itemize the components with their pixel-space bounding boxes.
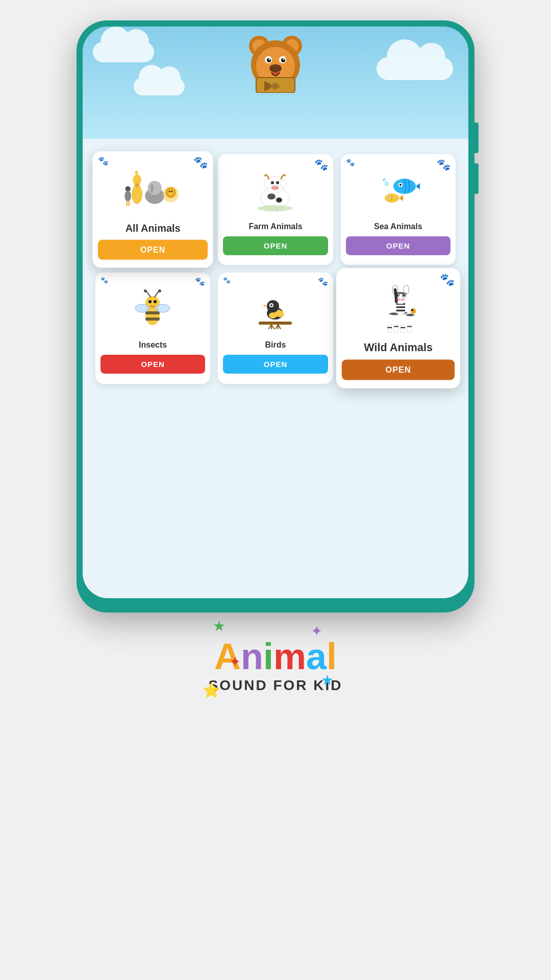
star-yellow: ⭐ (203, 682, 220, 699)
sea-animals-image (346, 162, 450, 218)
side-button-middle (474, 163, 479, 194)
svg-rect-93 (400, 325, 405, 332)
svg-rect-91 (387, 325, 392, 332)
svg-marker-79 (264, 304, 267, 307)
wild-animals-image (341, 276, 455, 337)
star-green: ★ (213, 618, 226, 634)
paw-decoration: 🐾 (318, 277, 328, 286)
insects-card[interactable]: 🐾 🐾 (95, 273, 210, 384)
paw-decoration: 🐾 (437, 158, 450, 172)
sky-background (83, 27, 468, 139)
paw-decoration: 🐾 (314, 158, 328, 172)
all-animals-name: All Animals (126, 223, 181, 234)
svg-point-33 (124, 190, 131, 201)
farm-animals-name: Farm Animals (248, 222, 302, 231)
all-animals-open-button[interactable]: OPEN (98, 240, 208, 260)
svg-marker-56 (399, 195, 403, 201)
svg-rect-62 (145, 311, 160, 314)
svg-point-41 (280, 180, 286, 188)
svg-point-24 (147, 181, 161, 194)
insects-name: Insects (139, 340, 167, 350)
farm-animals-image (223, 162, 328, 218)
svg-point-68 (158, 289, 161, 292)
phone-frame: 🐾 🐾 (77, 20, 474, 612)
wild-animals-name: Wild Animals (364, 341, 433, 354)
svg-point-21 (135, 170, 138, 174)
paw-decoration-blue: 🐾 (346, 158, 355, 166)
sea-animals-card[interactable]: 🐾 🐾 (341, 154, 456, 265)
all-animals-card[interactable]: 🐾 🐾 (92, 152, 213, 268)
svg-point-12 (269, 64, 282, 72)
svg-point-42 (271, 181, 274, 184)
svg-point-74 (269, 312, 277, 318)
paw-decoration-2: 🐾 (223, 277, 231, 284)
sea-animals-name: Sea Animals (374, 222, 422, 231)
svg-point-31 (171, 191, 172, 192)
logo-letter-l: l (327, 636, 337, 677)
star-purple: ✦ (311, 623, 322, 640)
svg-point-60 (383, 179, 385, 181)
svg-point-45 (272, 187, 274, 189)
cloud-2 (377, 57, 453, 80)
logo-letter-n: n (241, 636, 263, 677)
svg-rect-63 (145, 317, 160, 321)
cards-grid: 🐾 🐾 (90, 149, 461, 389)
svg-point-70 (156, 304, 170, 312)
paw-decoration: 🐾 (195, 277, 205, 286)
side-button-top (474, 122, 479, 153)
svg-point-10 (269, 59, 270, 60)
svg-point-50 (257, 205, 293, 211)
svg-rect-34 (126, 201, 127, 206)
birds-name: Birds (265, 340, 286, 350)
svg-point-37 (267, 193, 276, 200)
wild-animals-card[interactable]: 🐾 (336, 268, 460, 388)
insects-open-button[interactable]: OPEN (101, 355, 205, 374)
svg-point-38 (276, 198, 282, 203)
birds-open-button[interactable]: OPEN (223, 355, 328, 374)
svg-point-22 (135, 183, 138, 187)
svg-point-29 (168, 190, 173, 195)
bear-icon (245, 32, 306, 93)
logo-letter-m: m (273, 636, 306, 677)
svg-point-58 (388, 196, 389, 197)
svg-point-59 (385, 182, 388, 185)
svg-point-30 (169, 191, 170, 192)
star-blue: ★ (321, 672, 334, 689)
insects-image (101, 280, 205, 336)
svg-point-40 (264, 180, 270, 188)
bear-mascot (245, 32, 306, 93)
svg-point-69 (135, 304, 149, 312)
svg-rect-35 (128, 201, 129, 206)
birds-card[interactable]: 🐾 🐾 (218, 273, 333, 384)
logo-section: ✦ ★ ✦ ★ ⭐ Animal SOUND FOR KID (209, 612, 343, 709)
svg-point-67 (144, 289, 147, 292)
star-red: ✦ (229, 653, 241, 670)
paw-decoration-small: 🐾 (98, 156, 109, 166)
paw-decoration: 🐾 (193, 156, 208, 169)
svg-point-78 (271, 304, 272, 305)
svg-point-11 (283, 59, 285, 60)
farm-animals-open-button[interactable]: OPEN (223, 236, 328, 255)
paw-decoration: 🐾 (440, 273, 455, 287)
logo-letter-i: i (263, 636, 273, 677)
all-animals-image (98, 159, 208, 218)
cloud-3 (134, 78, 185, 95)
svg-marker-52 (416, 181, 420, 191)
svg-point-44 (271, 185, 279, 190)
cloud-1 (93, 42, 154, 62)
svg-point-46 (276, 187, 278, 189)
paw-decoration-2: 🐾 (101, 277, 108, 284)
logo-letter-a: a (306, 636, 327, 677)
wild-animals-open-button[interactable]: OPEN (341, 360, 455, 380)
sea-animals-open-button[interactable]: OPEN (346, 236, 450, 255)
svg-point-16 (276, 84, 280, 88)
svg-point-54 (399, 184, 402, 186)
svg-rect-71 (259, 322, 292, 325)
birds-image (223, 280, 328, 336)
svg-point-26 (150, 184, 153, 193)
farm-animals-card[interactable]: 🐾 (218, 154, 333, 265)
phone-screen: 🐾 🐾 (83, 27, 468, 598)
content-area: 🐾 🐾 (83, 139, 468, 598)
svg-point-43 (276, 181, 279, 184)
svg-point-66 (154, 300, 157, 303)
